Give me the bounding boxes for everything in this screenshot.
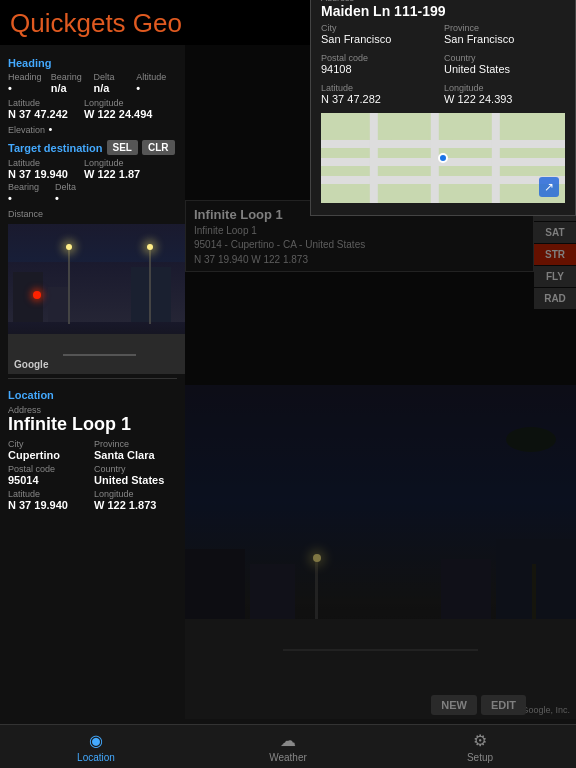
building-3 <box>131 267 171 322</box>
target-lat-lon: Latitude N 37 19.940 Longitude W 122 1.8… <box>8 158 177 180</box>
bm-postal-country: Postal code 94108 Country United States <box>321 53 565 79</box>
altitude-item: Altitude • <box>136 72 177 94</box>
bm-postal: Postal code 94108 <box>321 53 442 75</box>
delta-label: Delta <box>94 72 135 82</box>
direction-arrow-icon: ↗ <box>544 180 554 194</box>
app-title: Quickgets Geo <box>10 8 182 39</box>
target-longitude: Longitude W 122 1.87 <box>84 158 140 180</box>
target-header: Target destination SEL CLR <box>8 140 177 155</box>
altitude-label: Altitude <box>136 72 177 82</box>
compass-section-title: Heading <box>8 57 177 69</box>
mini-map: ↗ <box>321 113 565 203</box>
target-bearing: Bearing • <box>8 182 39 204</box>
bm-province: Province San Francisco <box>444 23 565 45</box>
loc-province-value: Santa Clara <box>94 449 177 461</box>
sel-button[interactable]: SEL <box>107 140 138 155</box>
target-lat-value: N 37 19.940 <box>8 168 68 180</box>
bm-province-value: San Francisco <box>444 33 565 45</box>
bearing-label: Bearing <box>51 72 92 82</box>
target-latitude: Latitude N 37 19.940 <box>8 158 68 180</box>
map-direction-btn[interactable]: ↗ <box>539 177 559 197</box>
bm-postal-value: 94108 <box>321 63 442 75</box>
bm-city-value: San Francisco <box>321 33 442 45</box>
altitude-value: • <box>136 82 177 94</box>
loc-city-value: Cupertino <box>8 449 91 461</box>
loc-city: City Cupertino <box>8 439 91 461</box>
heading-item: Heading • <box>8 72 49 94</box>
bm-lat-value: N 37 47.282 <box>321 93 442 105</box>
right-panel: 90° 70° 60° 50° 40° 30° 20° -10° -20° -3… <box>185 45 576 719</box>
svg-rect-13 <box>392 113 429 139</box>
latitude-label: Latitude <box>8 98 68 108</box>
loc-city-label: City <box>8 439 91 449</box>
location-title: Location <box>8 389 177 401</box>
delta-item: Delta n/a <box>94 72 135 94</box>
bm-province-label: Province <box>444 23 565 33</box>
setup-tab-label: Setup <box>467 752 493 763</box>
mini-map-pin <box>438 153 448 163</box>
target-bearing-delta: Bearing • Delta • <box>8 182 177 204</box>
longitude-label: Longitude <box>84 98 153 108</box>
loc-postal-label: Postal code <box>8 464 91 474</box>
loc-province-label: Province <box>94 439 177 449</box>
target-lon-label: Longitude <box>84 158 140 168</box>
location-address-big: Infinite Loop 1 <box>8 415 177 435</box>
target-section: Target destination SEL CLR Latitude N 37… <box>8 140 177 220</box>
road-line <box>63 354 136 356</box>
bm-country: Country United States <box>444 53 565 75</box>
location-grid: City Cupertino Province Santa Clara Post… <box>8 439 177 511</box>
bm-country-value: United States <box>444 63 565 75</box>
svg-rect-8 <box>321 176 565 184</box>
loc-country: Country United States <box>94 464 177 486</box>
delta-value: n/a <box>94 82 135 94</box>
bm-address-field: Address Maiden Ln 111-199 <box>321 0 565 19</box>
longitude-item: Longitude W 122 24.494 <box>84 98 153 120</box>
bm-address-value: Maiden Ln 111-199 <box>321 3 565 19</box>
target-delta: Delta • <box>55 182 76 204</box>
clr-button[interactable]: CLR <box>142 140 175 155</box>
target-bearing-label: Bearing <box>8 182 39 192</box>
setup-tab-icon: ⚙ <box>473 731 487 750</box>
tab-location[interactable]: ◉ Location <box>0 727 192 767</box>
svg-rect-11 <box>492 113 500 203</box>
loc-country-label: Country <box>94 464 177 474</box>
target-distance: Distance <box>8 206 177 220</box>
elevation-value: • <box>48 123 52 135</box>
street-scene-left <box>8 224 185 374</box>
bm-country-label: Country <box>444 53 565 63</box>
building-2 <box>48 287 68 322</box>
weather-tab-icon: ☁ <box>280 731 296 750</box>
loc-postal: Postal code 95014 <box>8 464 91 486</box>
loc-lat-label: Latitude <box>8 489 91 499</box>
tab-weather[interactable]: ☁ Weather <box>192 727 384 767</box>
latitude-value: N 37 47.242 <box>8 108 68 120</box>
target-distance-label: Distance <box>8 209 43 219</box>
weather-tab-label: Weather <box>269 752 307 763</box>
target-bearing-value: • <box>8 192 39 204</box>
bm-lat-lon: Latitude N 37 47.282 Longitude W 122 24.… <box>321 83 565 109</box>
target-delta-value: • <box>55 192 76 204</box>
bookmark-modal: Bookmark Bookmark CANCEL SAVE Name Maide… <box>310 0 576 216</box>
street-light-2 <box>149 244 151 324</box>
heading-value: • <box>8 82 49 94</box>
heading-label: Heading <box>8 72 49 82</box>
bookmark-content: Name Maiden Ln 111-199 Address Maiden Ln… <box>311 0 575 215</box>
bm-longitude: Longitude W 122 24.393 <box>444 83 565 105</box>
location-section: Location Address Infinite Loop 1 City Cu… <box>8 378 177 511</box>
tab-bar: ◉ Location ☁ Weather ⚙ Setup <box>0 724 576 768</box>
loc-lon-label: Longitude <box>94 489 177 499</box>
svg-rect-12 <box>321 113 367 139</box>
main-content: Heading Heading • Bearing n/a Delta n/a … <box>0 45 576 719</box>
elevation-label: Elevation <box>8 125 45 135</box>
traffic-light <box>33 291 41 299</box>
svg-rect-6 <box>321 140 565 148</box>
bm-latitude: Latitude N 37 47.282 <box>321 83 442 105</box>
bm-lat-label: Latitude <box>321 83 442 93</box>
left-panel: Heading Heading • Bearing n/a Delta n/a … <box>0 45 185 719</box>
tab-setup[interactable]: ⚙ Setup <box>384 727 576 767</box>
elevation-row: Elevation • <box>8 122 177 136</box>
bm-lon-label: Longitude <box>444 83 565 93</box>
svg-rect-14 <box>453 113 490 139</box>
loc-lon-value: W 122 1.873 <box>94 499 177 511</box>
bm-city-province: City San Francisco Province San Francisc… <box>321 23 565 49</box>
